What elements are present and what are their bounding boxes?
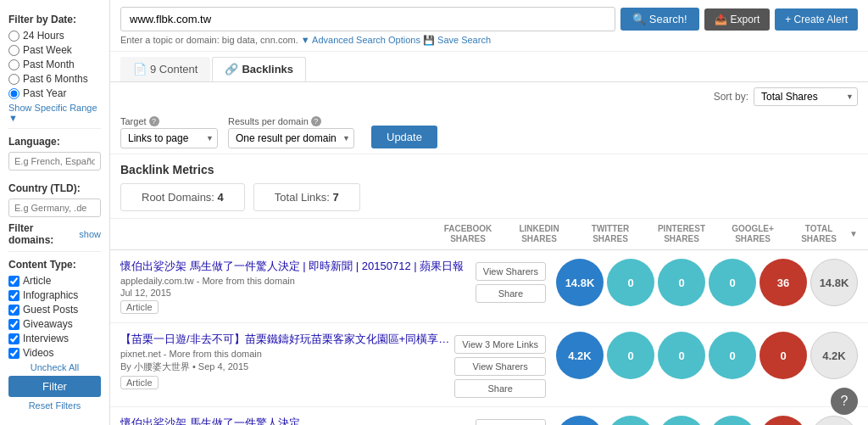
tab-content[interactable]: 📄 9 Content (120, 57, 210, 81)
metrics-section: Backlink Metrics Root Domains: 4 Total L… (110, 154, 868, 219)
search-icon: 🔍 (632, 13, 646, 25)
result-author-2: By 小腰婆大世界 • Sep 4, 2015 (120, 361, 454, 373)
results-select[interactable]: One result per domain All results (228, 128, 354, 148)
ct-videos[interactable]: Videos (8, 347, 101, 359)
ct-guest-posts[interactable]: Guest Posts (8, 304, 101, 316)
help-button[interactable]: ? (831, 388, 858, 415)
filter-domains-label: Filter domains: (8, 222, 79, 246)
result-title-1[interactable]: 懷伯出娑沙架 馬生做了一件驚人決定 | 即時新聞 | 20150712 | 蘋果… (120, 259, 476, 274)
search-row: 🔍 Search! 📤 Export + Create Alert (120, 7, 858, 31)
pinterest-circle-3 (709, 416, 756, 425)
linkedin-circle-3 (607, 416, 654, 425)
total-circle-3 (810, 416, 858, 425)
show-specific-range[interactable]: Show Specific Range ▼ (8, 103, 101, 123)
advanced-search-link[interactable]: ▼ Advanced Search Options (301, 35, 420, 45)
result-circles-2: 4.2K 0 0 0 0 4.2K (556, 332, 858, 379)
result-item-3: 懷伯出娑沙架 馬生做了一件驚人決定 postmag.com.tw - More … (110, 407, 868, 425)
results-info-icon[interactable]: ? (311, 116, 321, 126)
sort-label: Sort by: (714, 91, 748, 103)
result-circles-1: 14.8K 0 0 0 36 14.8K (556, 259, 858, 306)
sort-select[interactable]: Total Shares Date Facebook Shares Linked… (754, 87, 858, 106)
tab-backlinks[interactable]: 🔗 Backlinks (212, 57, 306, 81)
facebook-circle-2: 4.2K (556, 332, 604, 379)
search-area: 🔍 Search! 📤 Export + Create Alert Enter … (110, 0, 868, 52)
date-filter-group: 24 Hours Past Week Past Month Past 6 Mon… (8, 30, 101, 99)
table-header: FACEBOOKSHARES LINKEDINSHARES TWITTERSHA… (110, 219, 868, 250)
main-content: 🔍 Search! 📤 Export + Create Alert Enter … (110, 0, 868, 425)
export-button[interactable]: 📤 Export (704, 8, 771, 31)
ct-article[interactable]: Article (8, 275, 101, 287)
total-links-label: Total Links: (275, 191, 330, 204)
update-button[interactable]: Update (371, 126, 437, 148)
results-label: Results per domain (228, 116, 309, 126)
root-domains-label: Root Domains: (142, 191, 214, 204)
th-linkedin: LINKEDINSHARES (505, 224, 573, 244)
total-links-value: 7 (333, 191, 339, 204)
date-6months[interactable]: Past 6 Months (8, 73, 101, 85)
result-domain-2: pixnet.net - More from this domain (120, 349, 454, 359)
date-week[interactable]: Past Week (8, 44, 101, 56)
total-links-box: Total Links: 7 (253, 183, 360, 211)
googleplus-circle-1: 36 (760, 259, 807, 306)
results-group: Results per domain ? One result per doma… (228, 116, 354, 148)
results-dropdown-wrapper: One result per domain All results (228, 128, 354, 148)
language-label: Language: (8, 136, 101, 148)
th-total: TOTAL SHARES ▼ (790, 224, 858, 244)
linkedin-circle-1: 0 (607, 259, 654, 306)
result-type-1: Article (120, 300, 159, 314)
show-link[interactable]: show (79, 229, 101, 239)
share-button-2[interactable]: Share (454, 379, 546, 398)
date-month[interactable]: Past Month (8, 59, 101, 70)
create-alert-button[interactable]: + Create Alert (775, 8, 858, 31)
result-title-3[interactable]: 懷伯出娑沙架 馬生做了一件驚人決定 (120, 416, 476, 425)
view-sharers-button-3[interactable]: View Sharers (476, 419, 546, 425)
ct-interviews[interactable]: Interviews (8, 333, 101, 344)
search-button[interactable]: 🔍 Search! (620, 8, 699, 31)
ct-giveaways[interactable]: Giveaways (8, 318, 101, 330)
share-button-1[interactable]: Share (476, 284, 546, 303)
result-title-2[interactable]: 【苗栗一日遊/非去不可】苗栗鐵鑄好玩苗栗客家文化園區+同橫享+小宋餃子+珍珠汽工… (120, 332, 454, 347)
view-sharers-button-1[interactable]: View Sharers (476, 262, 546, 281)
sort-desc-icon: ▼ (849, 229, 858, 239)
target-info-icon[interactable]: ? (149, 116, 159, 126)
domain-link-2[interactable]: pixnet.net (120, 349, 161, 359)
result-circles-3 (556, 416, 858, 425)
total-circle-2: 4.2K (810, 332, 858, 379)
view-sharers-button-2[interactable]: View Sharers (454, 357, 546, 376)
linkedin-circle-2: 0 (607, 332, 654, 379)
twitter-circle-3 (658, 416, 705, 425)
language-input[interactable] (8, 152, 101, 171)
result-item: 懷伯出娑沙架 馬生做了一件驚人決定 | 即時新聞 | 20150712 | 蘋果… (110, 250, 868, 323)
reset-filters[interactable]: Reset Filters (8, 400, 101, 411)
save-search-link[interactable]: 💾 Save Search (423, 35, 491, 45)
target-group: Target ? Links to page Links to domain (120, 116, 218, 148)
twitter-circle-2: 0 (658, 332, 705, 379)
result-actions-3: View Sharers (476, 419, 546, 425)
view-3-more-links-button[interactable]: View 3 More Links (454, 335, 546, 354)
export-icon: 📤 (715, 14, 727, 25)
target-label: Target (120, 116, 147, 126)
googleplus-circle-3 (760, 416, 807, 425)
search-hint: Enter a topic or domain: big data, cnn.c… (120, 35, 858, 46)
target-select[interactable]: Links to page Links to domain (120, 128, 218, 148)
target-dropdown-wrapper: Links to page Links to domain (120, 128, 218, 148)
content-type-label: Content Type: (8, 259, 101, 271)
domain-link-1[interactable]: appledaily.com.tw (120, 276, 194, 286)
result-item-2: 【苗栗一日遊/非去不可】苗栗鐵鑄好玩苗栗客家文化園區+同橫享+小宋餃子+珍珠汽工… (110, 323, 868, 407)
result-type-2: Article (120, 376, 159, 389)
options-row: Target ? Links to page Links to domain R… (110, 111, 868, 154)
uncheck-all[interactable]: Uncheck All (8, 362, 101, 372)
filter-button[interactable]: Filter (8, 376, 101, 397)
root-domains-box: Root Domains: 4 (120, 183, 245, 211)
results-area: 懷伯出娑沙架 馬生做了一件驚人決定 | 即時新聞 | 20150712 | 蘋果… (110, 250, 868, 425)
result-date-1: Jul 12, 2015 (120, 288, 476, 298)
date-24h[interactable]: 24 Hours (8, 30, 101, 42)
content-icon: 📄 (133, 63, 147, 75)
th-googleplus: GOOGLE+SHARES (719, 224, 787, 244)
date-year[interactable]: Past Year (8, 87, 101, 99)
search-input[interactable] (120, 7, 615, 31)
country-input[interactable] (8, 199, 101, 217)
result-actions-2: View 3 More Links View Sharers Share (454, 335, 546, 398)
sort-row: Sort by: Total Shares Date Facebook Shar… (110, 82, 868, 111)
ct-infographics[interactable]: Infographics (8, 289, 101, 301)
